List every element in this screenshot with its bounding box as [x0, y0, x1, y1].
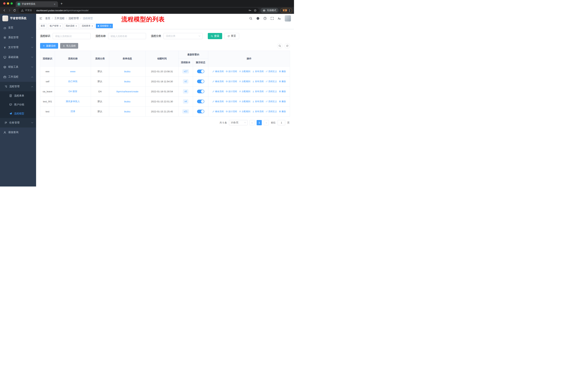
sidebar-item-system[interactable]: 系统管理: [0, 33, 36, 42]
new-tab-button[interactable]: +: [61, 2, 63, 5]
action-delete[interactable]: 删除: [279, 80, 286, 83]
action-delete[interactable]: 删除: [279, 100, 286, 103]
action-design-process[interactable]: 设计流程: [226, 110, 237, 113]
action-assign-rule[interactable]: 分配规则: [239, 110, 251, 113]
process-name-link[interactable]: OA 请假: [69, 90, 77, 93]
sidebar-item-task-management[interactable]: 任务管理: [0, 118, 36, 128]
process-name-link[interactable]: eeee: [70, 70, 75, 73]
action-assign-rule[interactable]: 分配规则: [239, 90, 251, 93]
close-window-button[interactable]: [3, 2, 5, 5]
action-publish-process[interactable]: 发布流程: [252, 80, 264, 83]
breadcrumb-home[interactable]: 首页: [45, 17, 50, 20]
back-button[interactable]: [2, 8, 7, 13]
sidebar-item-workflow[interactable]: 工作流程: [0, 72, 36, 82]
action-edit-process[interactable]: 修改流程: [212, 80, 224, 83]
action-design-process[interactable]: 设计流程: [226, 80, 237, 83]
action-edit-process[interactable]: 修改流程: [212, 70, 224, 73]
action-edit-process[interactable]: 修改流程: [212, 90, 224, 93]
tag-process-model[interactable]: 流程模型 ×: [96, 24, 113, 28]
user-avatar[interactable]: [285, 15, 291, 21]
search-icon[interactable]: [249, 17, 252, 20]
form-info-link[interactable]: biubiu: [124, 70, 130, 73]
form-info-link[interactable]: biubiu: [124, 100, 130, 103]
app-logo[interactable]: 芋道管理系统: [0, 14, 36, 23]
fullscreen-icon[interactable]: [271, 17, 274, 20]
sidebar-item-process-model[interactable]: 流程模型: [0, 109, 36, 118]
maximize-window-button[interactable]: [10, 2, 13, 5]
action-design-process[interactable]: 设计流程: [226, 100, 237, 103]
action-edit-process[interactable]: 修改流程: [212, 110, 224, 113]
action-publish-process[interactable]: 发布流程: [252, 70, 264, 73]
action-publish-process[interactable]: 发布流程: [252, 110, 264, 113]
tab-close-icon[interactable]: ×: [53, 2, 56, 6]
status-toggle[interactable]: [197, 110, 204, 113]
sidebar-item-infrastructure[interactable]: 基础设施: [0, 52, 36, 62]
form-info-link[interactable]: biubiu: [124, 80, 130, 83]
status-toggle[interactable]: [197, 100, 204, 103]
sidebar-item-process-management[interactable]: 流程管理: [0, 82, 36, 91]
process-name-link[interactable]: 滔博: [71, 110, 75, 113]
browser-update-button[interactable]: 更新: [280, 8, 292, 13]
sidebar-item-process-form[interactable]: 流程表单: [0, 91, 36, 100]
help-icon[interactable]: [263, 17, 267, 20]
status-toggle[interactable]: [197, 70, 204, 73]
sidebar-item-leave-query[interactable]: 请假查询: [0, 128, 36, 137]
sidebar-item-devtools[interactable]: 研发工具: [0, 62, 36, 72]
action-delete[interactable]: 删除: [279, 90, 286, 93]
status-toggle[interactable]: [197, 90, 204, 93]
form-info-link[interactable]: biubiu: [124, 110, 130, 113]
sidebar-item-user-group[interactable]: 用户分组: [0, 100, 36, 109]
close-icon[interactable]: ×: [60, 25, 61, 27]
create-process-button[interactable]: 新建流程: [40, 43, 58, 49]
search-button[interactable]: 搜索: [208, 33, 222, 39]
breadcrumb-workflow[interactable]: 工作流程: [54, 17, 64, 20]
process-id-input[interactable]: [53, 33, 91, 39]
browser-menu-icon[interactable]: [289, 10, 290, 11]
action-process-definition[interactable]: 流程定义: [266, 90, 277, 93]
action-publish-process[interactable]: 发布流程: [252, 100, 264, 103]
action-assign-rule[interactable]: 分配规则: [239, 100, 251, 103]
forward-button[interactable]: [7, 8, 12, 13]
action-delete[interactable]: 删除: [279, 110, 286, 113]
action-assign-rule[interactable]: 分配规则: [239, 80, 251, 83]
sidebar-item-home[interactable]: 首页: [0, 23, 36, 33]
status-toggle[interactable]: [197, 80, 204, 83]
next-page-button[interactable]: ›: [264, 120, 269, 125]
action-assign-rule[interactable]: 分配规则: [239, 70, 251, 73]
tag-home[interactable]: 首页: [39, 24, 47, 28]
address-bar[interactable]: 不安全 dashboard.yudao.iocoder.cn/bpm/manag…: [19, 8, 259, 13]
refresh-table-button[interactable]: [284, 43, 290, 49]
process-name-link[interactable]: 自己审批: [68, 80, 78, 83]
collapse-sidebar-icon[interactable]: [39, 17, 42, 20]
close-icon[interactable]: ×: [110, 25, 111, 27]
process-name-link[interactable]: 测试多审批人: [66, 100, 80, 103]
action-process-definition[interactable]: 流程定义: [266, 70, 277, 73]
github-icon[interactable]: [256, 17, 260, 20]
sidebar-item-payment[interactable]: ¥ 支付管理: [0, 42, 36, 52]
close-icon[interactable]: ×: [92, 25, 93, 27]
prev-page-button[interactable]: ‹: [250, 120, 255, 125]
tag-process-form[interactable]: 流程表单 ×: [80, 24, 95, 28]
process-category-select[interactable]: 流程分类: [164, 33, 202, 39]
close-icon[interactable]: ×: [76, 25, 77, 27]
minimize-window-button[interactable]: [7, 2, 9, 5]
action-edit-process[interactable]: 修改流程: [212, 100, 224, 103]
action-delete[interactable]: 删除: [279, 70, 286, 73]
toggle-search-button[interactable]: [277, 43, 283, 49]
form-info-link[interactable]: /bpm/oa/leave/create: [116, 90, 138, 93]
tag-my-process[interactable]: 我的流程 ×: [64, 24, 79, 28]
page-1-button[interactable]: 1: [257, 120, 262, 125]
action-design-process[interactable]: 设计流程: [226, 90, 237, 93]
tag-tenant[interactable]: 租户管理 ×: [48, 24, 63, 28]
reset-button[interactable]: 重置: [224, 33, 239, 39]
action-publish-process[interactable]: 发布流程: [252, 90, 264, 93]
font-size-icon[interactable]: [278, 17, 281, 20]
reload-button[interactable]: [12, 8, 17, 13]
breadcrumb-process-management[interactable]: 流程管理: [69, 17, 79, 20]
bookmark-star-icon[interactable]: [254, 9, 257, 12]
action-design-process[interactable]: 设计流程: [226, 70, 237, 73]
action-process-definition[interactable]: 流程定义: [266, 80, 277, 83]
import-process-button[interactable]: 导入流程: [60, 43, 78, 49]
action-process-definition[interactable]: 流程定义: [266, 100, 277, 103]
key-icon[interactable]: [248, 9, 251, 12]
